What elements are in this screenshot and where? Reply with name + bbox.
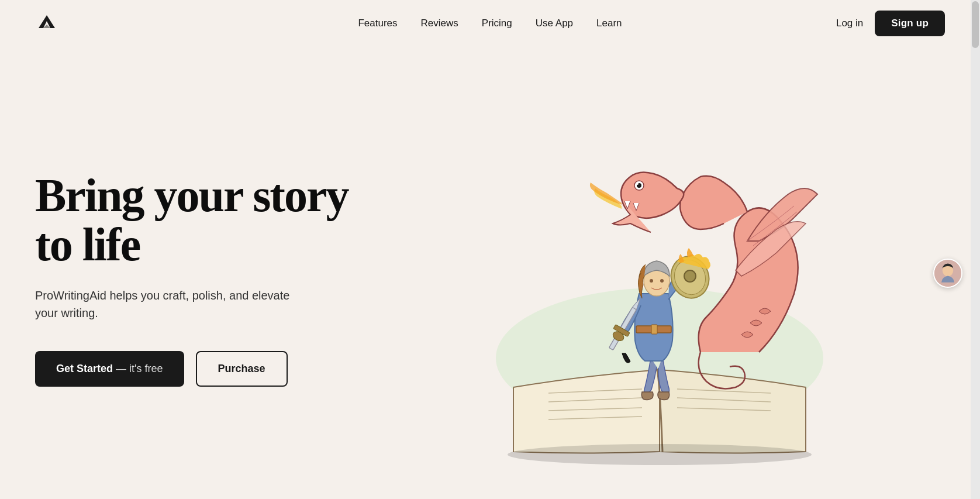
navbar: Features Reviews Pricing Use App Learn L… xyxy=(0,0,980,47)
hero-image xyxy=(478,106,841,469)
nav-item-reviews[interactable]: Reviews xyxy=(421,18,458,29)
logo-icon xyxy=(35,12,58,35)
hero-section: Bring your story to life ProWritingAid h… xyxy=(0,47,980,499)
hero-title: Bring your story to life xyxy=(35,171,374,269)
nav-link-features[interactable]: Features xyxy=(358,18,397,29)
hero-subtitle: ProWritingAid helps you craft, polish, a… xyxy=(35,287,304,322)
svg-point-15 xyxy=(650,279,653,283)
hero-content: Bring your story to life ProWritingAid h… xyxy=(35,171,374,387)
navbar-right: Log in Sign up xyxy=(836,11,945,36)
get-started-label: Get Started xyxy=(56,363,113,374)
nav-item-features[interactable]: Features xyxy=(358,18,397,29)
svg-rect-13 xyxy=(651,325,657,334)
nav-link-learn[interactable]: Learn xyxy=(596,18,622,29)
free-label: — it's free xyxy=(116,363,163,374)
signup-button[interactable]: Sign up xyxy=(875,11,945,36)
svg-point-16 xyxy=(660,279,664,283)
nav-links: Features Reviews Pricing Use App Learn xyxy=(358,18,622,29)
scrollbar-thumb[interactable] xyxy=(972,1,979,48)
avatar-image xyxy=(934,259,961,288)
side-avatar[interactable] xyxy=(933,259,962,288)
nav-item-pricing[interactable]: Pricing xyxy=(482,18,512,29)
hero-illustration xyxy=(374,89,945,469)
hero-buttons: Get Started — it's free Purchase xyxy=(35,351,374,387)
nav-item-use-app[interactable]: Use App xyxy=(536,18,573,29)
get-started-button[interactable]: Get Started — it's free xyxy=(35,351,184,387)
nav-item-learn[interactable]: Learn xyxy=(596,18,622,29)
nav-link-reviews[interactable]: Reviews xyxy=(421,18,458,29)
svg-point-11 xyxy=(636,183,639,185)
purchase-button[interactable]: Purchase xyxy=(196,351,288,387)
svg-point-19 xyxy=(684,270,696,282)
nav-link-pricing[interactable]: Pricing xyxy=(482,18,512,29)
nav-link-use-app[interactable]: Use App xyxy=(536,18,573,29)
svg-point-8 xyxy=(508,444,812,465)
scrollbar[interactable] xyxy=(971,0,980,499)
login-link[interactable]: Log in xyxy=(836,18,863,29)
logo[interactable] xyxy=(35,12,58,35)
